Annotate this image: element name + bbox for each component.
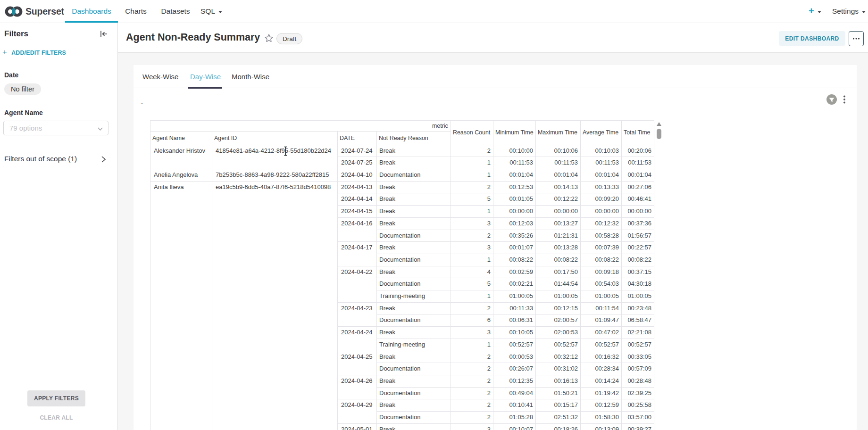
settings-label: Settings xyxy=(832,7,859,16)
date-cell: 2024-05-01 xyxy=(338,423,377,430)
metric-value-cell: 00:57:09 xyxy=(622,363,654,375)
row-axis-header: DATE xyxy=(338,132,377,145)
date-cell: 2024-04-16 xyxy=(338,217,377,241)
metric-value-cell: 00:54:03 xyxy=(581,278,622,290)
chart-card: Week-Wise Day-Wise Month-Wise . metricRe… xyxy=(134,65,857,430)
metric-value-cell: 01:44:54 xyxy=(536,278,581,290)
metric-value-cell: 00:49:04 xyxy=(493,387,536,399)
metric-value-cell: 00:00:00 xyxy=(536,206,581,218)
metric-value-cell: 00:12:35 xyxy=(493,375,536,387)
dashboard-title: Agent Non-Ready Summary xyxy=(126,32,260,43)
metric-value-cell: 00:00:53 xyxy=(493,351,536,363)
settings-menu[interactable]: Settings xyxy=(832,0,866,23)
agent-name-cell: Anelia Angelova xyxy=(150,169,212,182)
metric-value-cell: 00:13:27 xyxy=(536,217,581,230)
chevron-down-icon xyxy=(97,125,103,134)
metric-value-cell: 2 xyxy=(451,302,493,314)
dashboard-tabs: Week-Wise Day-Wise Month-Wise xyxy=(134,65,857,88)
metric-value-cell: 00:37:36 xyxy=(622,217,654,230)
metric-value-cell: 00:28:34 xyxy=(581,363,622,375)
date-filter-value-chip[interactable]: No filter xyxy=(4,83,41,95)
metric-value-cell: 01:00:05 xyxy=(536,290,581,303)
metric-value-cell: 2 xyxy=(451,375,493,387)
nav-item-sql[interactable]: SQL xyxy=(197,0,226,23)
metric-value-cell: 00:52:57 xyxy=(622,339,654,351)
date-cell: 2024-04-14 xyxy=(338,193,377,206)
dashboard-header: Agent Non-Ready Summary Draft EDIT DASHB… xyxy=(118,23,868,53)
metric-value-cell: 00:10:05 xyxy=(493,327,536,339)
edit-dashboard-button[interactable]: EDIT DASHBOARD xyxy=(779,31,845,46)
tab-day-wise[interactable]: Day-Wise xyxy=(190,65,221,88)
metric-value-cell: 00:13:28 xyxy=(536,242,581,254)
nav-item-datasets[interactable]: Datasets xyxy=(154,0,197,23)
collapse-sidebar-icon[interactable] xyxy=(99,29,108,39)
draft-status-badge: Draft xyxy=(276,33,302,44)
nav-item-label: Charts xyxy=(125,7,147,16)
new-item-button[interactable]: + xyxy=(809,0,821,23)
metric-spacer-cell xyxy=(430,193,451,206)
metric-value-cell: 6 xyxy=(451,314,493,327)
metric-value-cell: 00:16:13 xyxy=(536,375,581,387)
metric-value-cell: 2 xyxy=(451,181,493,193)
metric-value-cell: 1 xyxy=(451,290,493,303)
not-ready-reason-cell: Break xyxy=(377,145,430,157)
metric-spacer-cell xyxy=(430,217,451,230)
nav-item-label: Dashboards xyxy=(72,7,111,16)
not-ready-reason-cell: Documentation xyxy=(377,169,430,182)
metric-value-cell: 01:00:05 xyxy=(493,290,536,303)
scrollbar-up-arrow[interactable] xyxy=(657,122,661,126)
metric-value-cell: 00:33:05 xyxy=(622,351,654,363)
filters-out-of-scope-toggle[interactable]: Filters out of scope (1) xyxy=(0,153,117,165)
add-edit-filters-button[interactable]: + ADD/EDIT FILTERS xyxy=(2,49,66,57)
metric-axis-label: metric xyxy=(430,121,451,132)
not-ready-reason-cell: Documentation xyxy=(377,363,430,375)
metric-value-cell: 00:25:58 xyxy=(622,399,654,412)
metric-value-cell: 00:22:57 xyxy=(622,242,654,254)
metric-value-cell: 00:01:05 xyxy=(493,193,536,206)
draft-badge-label: Draft xyxy=(283,35,296,42)
clear-all-button[interactable]: CLEAR ALL xyxy=(0,414,113,421)
agent-name-select[interactable]: 79 options xyxy=(3,121,108,135)
active-nav-underline xyxy=(65,21,118,23)
metric-value-cell: 2 xyxy=(451,387,493,399)
favorite-star-icon[interactable] xyxy=(264,33,274,43)
chart-menu-kebab-icon[interactable] xyxy=(842,95,847,104)
nav-item-charts[interactable]: Charts xyxy=(117,0,154,23)
metric-value-cell: 00:08:22 xyxy=(536,254,581,266)
metric-value-cell: 00:12:03 xyxy=(493,217,536,230)
metric-column-header: Maximum Time xyxy=(536,121,581,145)
scrollbar-thumb[interactable] xyxy=(657,129,661,139)
metric-value-cell: 00:01:07 xyxy=(493,242,536,254)
nav-item-dashboards[interactable]: Dashboards xyxy=(65,0,118,23)
metric-value-cell: 00:02:21 xyxy=(493,278,536,290)
metric-value-cell: 00:11:53 xyxy=(536,157,581,169)
superset-logo[interactable]: Superset xyxy=(5,4,64,19)
metric-spacer-cell xyxy=(430,302,451,314)
metric-value-cell: 2 xyxy=(451,399,493,412)
nav-item-label: Datasets xyxy=(161,7,190,16)
date-cell: 2024-04-17 xyxy=(338,242,377,266)
metric-value-cell: 01:00:05 xyxy=(622,290,654,303)
dashboard-more-options-button[interactable] xyxy=(849,31,864,46)
add-edit-filters-label: ADD/EDIT FILTERS xyxy=(11,50,66,56)
metric-value-cell: 02:21:08 xyxy=(622,327,654,339)
tab-month-wise[interactable]: Month-Wise xyxy=(232,65,269,88)
metric-value-cell: 00:10:03 xyxy=(581,145,622,157)
metric-value-cell: 00:09:18 xyxy=(581,266,622,278)
metric-value-cell: 00:16:32 xyxy=(581,351,622,363)
metric-value-cell: 00:01:04 xyxy=(493,169,536,182)
chart-title: . xyxy=(141,98,143,105)
agent-id-cell: 41854e81-a64a-4212-8f95-55d180b22d24 xyxy=(212,145,338,169)
tab-label: Week-Wise xyxy=(142,73,178,81)
metric-spacer-cell xyxy=(430,145,451,157)
metric-value-cell: 02:00:57 xyxy=(536,314,581,327)
metric-spacer-cell xyxy=(430,169,451,182)
tab-week-wise[interactable]: Week-Wise xyxy=(142,65,178,88)
date-cell: 2024-04-29 xyxy=(338,399,377,423)
metric-spacer-cell xyxy=(430,351,451,363)
applied-filters-indicator-icon[interactable] xyxy=(826,94,837,105)
date-cell: 2024-04-15 xyxy=(338,206,377,218)
apply-filters-button[interactable]: APPLY FILTERS xyxy=(27,390,85,406)
metric-spacer-cell xyxy=(430,339,451,351)
brand-name: Superset xyxy=(25,6,64,17)
